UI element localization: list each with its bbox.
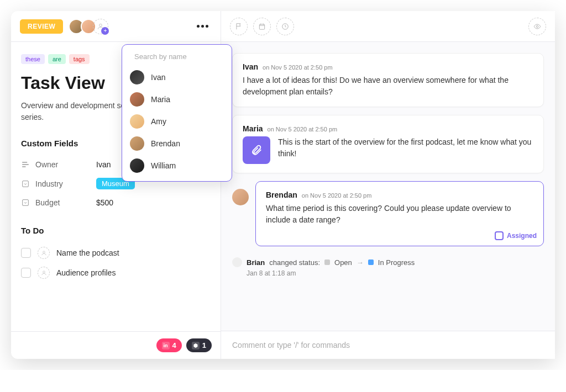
svg-rect-2 xyxy=(23,200,29,206)
watch-button[interactable] xyxy=(528,18,546,35)
review-button[interactable]: REVIEW xyxy=(20,19,63,34)
invision-icon: in xyxy=(162,342,170,349)
field-label: Industry xyxy=(35,179,91,188)
checkbox[interactable] xyxy=(21,268,31,278)
assignee-placeholder[interactable] xyxy=(38,247,50,259)
comment[interactable]: Maria on Nov 5 2020 at 2:50 pm This is t… xyxy=(232,115,544,173)
comment-author: Ivan xyxy=(243,62,258,71)
comment[interactable]: Ivan on Nov 5 2020 at 2:50 pm I have a l… xyxy=(232,53,544,107)
assigned-badge[interactable]: Assigned xyxy=(495,231,537,240)
dropdown-search xyxy=(122,49,232,66)
person-name: William xyxy=(151,161,176,170)
comment-body: I have a lot of ideas for this! Do we ha… xyxy=(243,75,533,98)
status-dot-icon xyxy=(368,259,374,265)
lines-icon xyxy=(21,160,30,169)
add-assignee-button[interactable]: + xyxy=(93,19,108,34)
custom-field-budget: Budget $500 xyxy=(21,194,211,211)
left-topbar: REVIEW + xyxy=(11,11,221,42)
todo-text: Name the podcast xyxy=(56,248,119,257)
comment-time: on Nov 5 2020 at 2:50 pm xyxy=(268,126,338,133)
tag[interactable]: are xyxy=(48,54,66,64)
tag[interactable]: these xyxy=(21,54,45,64)
checkbox[interactable] xyxy=(21,248,31,258)
avatar xyxy=(232,257,242,267)
attachment-pill-figma[interactable]: ⬢ 1 xyxy=(186,338,212,352)
todo-text: Audience profiles xyxy=(56,268,116,277)
avatar xyxy=(130,92,144,107)
time-button[interactable] xyxy=(276,18,294,35)
search-input[interactable] xyxy=(134,52,227,61)
comment-author: Brendan xyxy=(266,190,297,199)
attachment-icon[interactable] xyxy=(243,136,270,164)
field-value[interactable]: $500 xyxy=(96,198,113,207)
status-dot-icon xyxy=(324,259,330,265)
comment-input[interactable] xyxy=(232,341,544,349)
todo-item[interactable]: Name the podcast xyxy=(21,243,211,263)
attachment-pill-invision[interactable]: in 4 xyxy=(156,338,182,352)
field-label: Budget xyxy=(35,198,91,207)
tag[interactable]: tags xyxy=(69,54,90,64)
comment-composer[interactable] xyxy=(221,331,555,359)
status-time: Jan 8 at 1:18 am xyxy=(247,269,544,277)
dropdown-item[interactable]: Ivan xyxy=(122,66,232,88)
avatar xyxy=(130,136,144,151)
calendar-icon xyxy=(258,23,266,30)
right-panel: Ivan on Nov 5 2020 at 2:50 pm I have a l… xyxy=(221,11,555,359)
pill-count: 1 xyxy=(202,341,206,349)
svg-rect-1 xyxy=(23,181,29,187)
status-to: In Progress xyxy=(378,258,415,267)
person-name: Maria xyxy=(151,95,170,104)
comments-area: Ivan on Nov 5 2020 at 2:50 pm I have a l… xyxy=(221,42,555,331)
comment-body: This is the start of the overview for th… xyxy=(278,136,533,160)
status-change-event: Brian changed status: Open → In Progress xyxy=(232,254,544,268)
dropdown-item[interactable]: Brendan xyxy=(122,133,232,155)
svg-rect-5 xyxy=(259,24,264,29)
person-icon xyxy=(41,250,47,256)
pill-count: 4 xyxy=(172,341,176,349)
comment-time: on Nov 5 2020 at 2:50 pm xyxy=(263,64,333,71)
assigned-label: Assigned xyxy=(507,232,537,240)
avatar xyxy=(130,70,144,84)
status-verb: changed status: xyxy=(269,258,320,267)
person-icon xyxy=(41,270,47,276)
right-topbar xyxy=(221,11,555,42)
status-from: Open xyxy=(334,258,352,267)
calendar-button[interactable] xyxy=(253,18,271,35)
dropdown-item[interactable]: Amy xyxy=(122,110,232,133)
person-name: Amy xyxy=(151,117,166,126)
comment-time: on Nov 5 2020 at 2:50 pm xyxy=(302,192,372,199)
dropdown-item[interactable]: Maria xyxy=(122,88,232,110)
dropdown-icon xyxy=(21,198,30,207)
assignee-placeholder[interactable] xyxy=(38,267,50,279)
figma-icon: ⬢ xyxy=(192,342,200,349)
avatar xyxy=(130,158,144,173)
todo-heading: To Do xyxy=(21,226,211,235)
svg-point-4 xyxy=(43,271,45,273)
app-window: REVIEW + these are tags Task View Overvi… xyxy=(11,11,555,359)
field-label: Owner xyxy=(35,160,91,169)
todo-item[interactable]: Audience profiles xyxy=(21,263,211,283)
more-menu-button[interactable] xyxy=(193,22,212,31)
clock-icon xyxy=(281,23,289,30)
paperclip-icon xyxy=(250,144,263,156)
avatar xyxy=(130,114,144,129)
dropdown-item[interactable]: William xyxy=(122,155,232,177)
person-name: Brendan xyxy=(151,139,180,148)
comment[interactable]: Brendan on Nov 5 2020 at 2:50 pm What ti… xyxy=(255,181,544,246)
person-name: Ivan xyxy=(151,73,165,82)
flag-icon xyxy=(235,23,243,30)
todo-section: To Do Name the podcast Audience profiles xyxy=(21,226,211,283)
svg-point-3 xyxy=(43,251,45,253)
assignee-avatars: + xyxy=(69,19,108,34)
svg-point-7 xyxy=(536,25,538,28)
arrow-icon: → xyxy=(357,258,364,267)
comment-avatar[interactable] xyxy=(232,189,249,205)
comment-body: What time period is this covering? Could… xyxy=(266,203,533,226)
people-dropdown[interactable]: Ivan Maria Amy Brendan William xyxy=(122,44,232,182)
dropdown-icon xyxy=(21,179,30,188)
flag-button[interactable] xyxy=(230,18,248,35)
field-value[interactable]: Ivan xyxy=(96,160,111,169)
left-bottom-bar: in 4 ⬢ 1 xyxy=(11,331,221,359)
checkbox-icon xyxy=(495,231,504,240)
svg-point-0 xyxy=(99,24,102,27)
